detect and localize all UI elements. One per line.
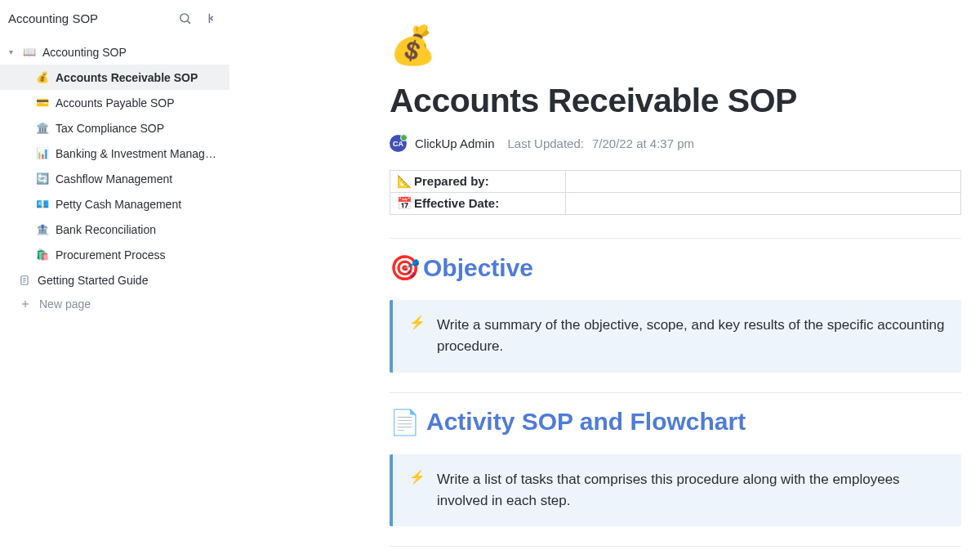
- lightning-icon: ⚡: [409, 315, 425, 358]
- nav-item-label: Accounts Receivable SOP: [56, 71, 198, 84]
- objective-title: Objective: [423, 254, 533, 282]
- lightning-icon: ⚡: [409, 469, 425, 512]
- sidebar-item-3[interactable]: 📊Banking & Investment Managem...: [0, 141, 229, 166]
- nav-item-icon: 💳: [36, 96, 49, 109]
- nav-item-icon: 🏦: [36, 223, 49, 235]
- book-icon: 📖: [23, 46, 36, 58]
- prepared-by-label-cell[interactable]: 📐Prepared by:: [390, 171, 566, 193]
- updated-label: Last Updated:: [508, 136, 584, 150]
- divider: [390, 546, 961, 547]
- nav-getting-started-label: Getting Started Guide: [38, 274, 148, 287]
- objective-callout[interactable]: ⚡ Write a summary of the objective, scop…: [390, 300, 961, 373]
- svg-line-1: [187, 20, 189, 23]
- nav-item-icon: 💰: [36, 71, 49, 83]
- sidebar-item-4[interactable]: 🔄Cashflow Management: [0, 166, 229, 191]
- nav-item-label: Tax Compliance SOP: [56, 122, 164, 135]
- calendar-icon: 📅: [397, 196, 412, 210]
- sidebar-item-7[interactable]: 🛍️Procurement Process: [0, 242, 229, 267]
- activity-callout[interactable]: ⚡ Write a list of tasks that comprises t…: [390, 454, 961, 527]
- nav-item-icon: 📊: [36, 147, 49, 159]
- sidebar: Accounting SOP ▾ 📖 Accounting SOP 💰Accou…: [0, 0, 229, 550]
- nav-item-icon: 💶: [36, 198, 49, 210]
- sidebar-header-actions: [177, 11, 218, 25]
- nav-item-label: Bank Reconciliation: [56, 223, 156, 236]
- content-wrapper: 💰 Accounts Receivable SOP CA ClickUp Adm…: [390, 23, 961, 547]
- objective-heading[interactable]: 🎯Objective: [390, 253, 961, 282]
- nav-item-icon: 🏛️: [36, 122, 49, 134]
- nav-item-label: Banking & Investment Managem...: [56, 147, 221, 160]
- main-content: 💰 Accounts Receivable SOP CA ClickUp Adm…: [229, 0, 980, 550]
- sidebar-header: Accounting SOP: [0, 0, 229, 36]
- nav-root-accounting-sop[interactable]: ▾ 📖 Accounting SOP: [0, 39, 229, 65]
- nav-item-label: Procurement Process: [56, 248, 166, 262]
- effective-date-text: Effective Date:: [414, 196, 499, 210]
- nav-item-label: Petty Cash Management: [56, 198, 181, 211]
- sidebar-item-6[interactable]: 🏦Bank Reconciliation: [0, 217, 229, 242]
- prepared-by-value-cell[interactable]: [566, 171, 961, 193]
- sidebar-title: Accounting SOP: [8, 11, 177, 25]
- author-name[interactable]: ClickUp Admin: [415, 136, 495, 150]
- target-icon: 🎯: [390, 253, 420, 282]
- nav-item-label: Cashflow Management: [56, 172, 172, 186]
- nav-item-icon: 🛍️: [36, 248, 49, 261]
- sidebar-item-5[interactable]: 💶Petty Cash Management: [0, 191, 229, 217]
- prepared-by-text: Prepared by:: [414, 174, 489, 188]
- effective-date-label-cell[interactable]: 📅Effective Date:: [390, 193, 566, 215]
- new-page-button[interactable]: New page: [0, 293, 229, 315]
- nav-getting-started[interactable]: Getting Started Guide: [0, 267, 229, 293]
- sidebar-item-0[interactable]: 💰Accounts Receivable SOP: [0, 65, 229, 90]
- divider: [390, 238, 961, 239]
- author-avatar[interactable]: CA: [390, 135, 407, 152]
- table-row[interactable]: 📐Prepared by:: [390, 171, 961, 193]
- divider: [390, 392, 961, 393]
- effective-date-value-cell[interactable]: [566, 193, 961, 215]
- caret-down-icon[interactable]: ▾: [5, 47, 16, 56]
- nav-item-label: Accounts Payable SOP: [56, 96, 175, 110]
- ruler-icon: 📐: [397, 174, 412, 188]
- sidebar-item-1[interactable]: 💳Accounts Payable SOP: [0, 90, 229, 115]
- table-row[interactable]: 📅Effective Date:: [390, 193, 961, 215]
- objective-callout-text: Write a summary of the objective, scope,…: [437, 315, 945, 358]
- activity-heading[interactable]: 📄Activity SOP and Flowchart: [390, 408, 961, 436]
- search-icon[interactable]: [177, 11, 192, 25]
- page-emoji[interactable]: 💰: [390, 23, 961, 67]
- page-title[interactable]: Accounts Receivable SOP: [390, 82, 961, 120]
- nav-root-label: Accounting SOP: [42, 46, 127, 59]
- activity-title: Activity SOP and Flowchart: [426, 408, 746, 436]
- updated-date: 7/20/22 at 4:37 pm: [592, 136, 694, 150]
- collapse-sidebar-icon[interactable]: [203, 11, 218, 25]
- activity-callout-text: Write a list of tasks that comprises thi…: [437, 469, 945, 512]
- info-table[interactable]: 📐Prepared by: 📅Effective Date:: [390, 170, 961, 215]
- page-meta: CA ClickUp Admin Last Updated: 7/20/22 a…: [390, 135, 961, 152]
- nav-item-icon: 🔄: [36, 172, 49, 185]
- new-page-label: New page: [39, 297, 91, 311]
- svg-point-0: [180, 13, 188, 21]
- page-icon: 📄: [390, 408, 420, 436]
- nav-tree: ▾ 📖 Accounting SOP 💰Accounts Receivable …: [0, 36, 229, 319]
- sidebar-item-2[interactable]: 🏛️Tax Compliance SOP: [0, 115, 229, 141]
- document-icon: [18, 274, 31, 287]
- plus-icon: [20, 298, 31, 310]
